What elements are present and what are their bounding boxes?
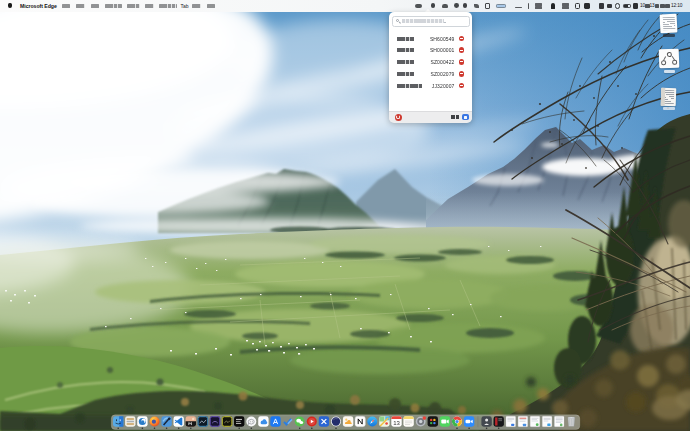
svg-text:13: 13 xyxy=(393,420,400,426)
